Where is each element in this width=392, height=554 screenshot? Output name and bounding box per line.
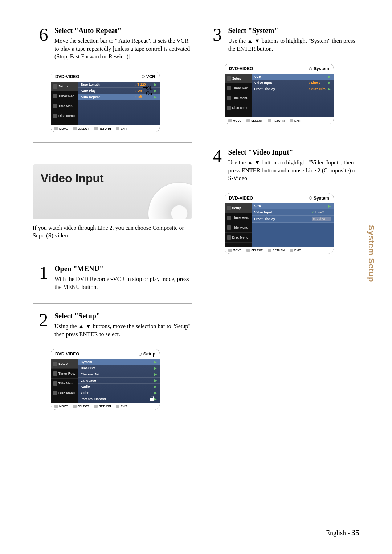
row-language[interactable]: Language▶ <box>78 378 160 384</box>
title-icon <box>53 104 57 108</box>
step-2: 2 Select "Setup" Using the ▲ ▼ buttons, … <box>33 311 192 338</box>
step-title: Select "Auto Repeat" <box>54 27 192 35</box>
step-title: Select "Video Input" <box>228 148 359 156</box>
step-number: 6 <box>33 25 54 61</box>
ring-icon <box>309 196 312 200</box>
play-icon: ▶ <box>154 360 157 364</box>
foot-return: RETURN <box>94 127 111 130</box>
sidebar-item-setup[interactable]: Setup <box>51 359 78 369</box>
row-system[interactable]: System▶ <box>78 359 160 365</box>
osd-header: DVD-VIDEO VCR <box>51 72 160 82</box>
osd-system: DVD-VIDEO System Setup Timer Rec. Title … <box>225 64 334 124</box>
foot-return: RETURN <box>268 249 285 252</box>
osd-with-annotation: DVD-VIDEO VCR Setup Timer Rec. Title Men… <box>33 67 192 137</box>
osd-header: DVD-VIDEO System <box>225 193 334 203</box>
osd-body: Setup Timer Rec. Title Menu Disc Menu Ta… <box>51 82 160 125</box>
row-video[interactable]: Video▶ <box>78 390 160 396</box>
step-desc: Use the ▲ ▼ buttons to highlight "Video … <box>228 159 359 182</box>
row-clock-set[interactable]: Clock Set▶ <box>78 365 160 371</box>
step-3: 3 Select "System" Use the ▲ ▼ buttons to… <box>207 25 359 53</box>
row-vcr[interactable]: VCR▶ <box>252 74 334 80</box>
row-audio[interactable]: Audio▶ <box>78 384 160 390</box>
osd-vcr-auto-repeat: DVD-VIDEO VCR Setup Timer Rec. Title Men… <box>51 72 160 132</box>
row-channel-set[interactable]: Channel Set▶ <box>78 371 160 378</box>
step-body: Open "MENU" With the DVD Recorder-VCR in… <box>54 264 192 291</box>
sidebar-item-setup[interactable]: Setup <box>51 82 78 91</box>
sidebar-item-title[interactable]: Title Menu <box>225 223 252 233</box>
select-icon <box>73 405 77 408</box>
sidebar-item-title[interactable]: Title Menu <box>225 93 252 103</box>
step-number: 1 <box>33 264 54 291</box>
step-4: 4 Select "Video Input" Use the ▲ ▼ butto… <box>207 147 359 182</box>
play-icon: ▶ <box>154 385 157 388</box>
right-column: 3 Select "System" Use the ▲ ▼ buttons to… <box>207 25 359 532</box>
play-icon: ▶ <box>154 372 157 376</box>
return-icon <box>94 127 98 130</box>
osd-header-right: VCR <box>142 74 155 79</box>
foot-move: MOVE <box>54 404 68 408</box>
exit-icon <box>290 119 293 122</box>
sidebar-item-disc[interactable]: Disc Menu <box>225 103 252 113</box>
divider <box>33 142 192 143</box>
step-number: 3 <box>207 25 228 53</box>
row-video-input[interactable]: Video Input✓ Line2 <box>252 209 334 216</box>
osd-header-right: Setup <box>139 351 155 357</box>
play-icon: ▶ <box>154 391 157 395</box>
foot-return: RETURN <box>268 119 285 122</box>
osd-header-label: DVD-VIDEO <box>55 351 79 357</box>
row-front-display[interactable]: Front Display: Auto Dim▶ <box>252 86 334 92</box>
osd-footer: MOVE SELECT RETURN EXIT <box>225 117 334 124</box>
play-icon: ▶ <box>328 204 331 208</box>
sidebar-item-disc[interactable]: Disc Menu <box>51 111 78 121</box>
sidebar-item-timer[interactable]: Timer Rec. <box>225 83 252 93</box>
osd-footer: MOVE SELECT RETURN EXIT <box>51 403 160 410</box>
gear-icon <box>53 362 57 366</box>
step-title: Select "Setup" <box>54 312 192 320</box>
step-body: Select "Setup" Using the ▲ ▼ buttons, mo… <box>54 311 192 338</box>
sidebar-item-timer[interactable]: Timer Rec. <box>225 213 252 223</box>
row-parental[interactable]: Parental Control▶ <box>78 396 160 402</box>
check-icon: ✓ <box>312 211 315 214</box>
ring-icon <box>139 353 142 356</box>
foot-move: MOVE <box>54 127 68 130</box>
divider <box>33 420 192 420</box>
video-input-title: Video Input <box>41 172 184 185</box>
foot-exit: EXIT <box>116 127 127 130</box>
disc-icon <box>227 235 231 240</box>
osd-main: System▶ Clock Set▶ Channel Set▶ Language… <box>78 359 160 403</box>
select-icon <box>246 249 250 252</box>
exit-icon <box>116 127 119 130</box>
play-icon: ▶ <box>154 397 157 401</box>
osd-body: Setup Timer Rec. Title Menu Disc Menu VC… <box>225 74 334 117</box>
select-icon <box>73 127 77 130</box>
foot-return: RETURN <box>94 404 111 408</box>
step-desc: Using the ▲ ▼ buttons, move the selectio… <box>54 322 192 338</box>
page-language: English - <box>326 529 351 537</box>
video-input-panel: Video Input <box>33 164 192 219</box>
osd-main: VCR▶ Video Input✓ Line2 Front DisplayS-V… <box>252 203 334 247</box>
sidebar-item-setup[interactable]: Setup <box>225 74 252 83</box>
disc-icon <box>53 391 57 395</box>
row-video-input[interactable]: Video Input: Line 2▶ <box>252 80 334 86</box>
dpad-icon <box>54 127 58 130</box>
play-icon: ▶ <box>328 75 331 78</box>
gear-icon <box>227 76 231 81</box>
osd-header-label: DVD-VIDEO <box>55 74 79 79</box>
sidebar-item-timer[interactable]: Timer Rec. <box>51 369 78 379</box>
osd-header: DVD-VIDEO System <box>225 64 334 74</box>
sidebar-item-disc[interactable]: Disc Menu <box>225 233 252 243</box>
row-front-display[interactable]: Front DisplayS-Video <box>252 216 334 223</box>
step-desc: With the DVD Recorder-VCR in stop or pla… <box>54 275 192 291</box>
calendar-icon <box>53 371 57 376</box>
sidebar-item-title[interactable]: Title Menu <box>51 379 78 388</box>
page-footer: English - 35 <box>326 528 359 537</box>
sidebar-item-title[interactable]: Title Menu <box>51 101 78 111</box>
step-6: 6 Select "Auto Repeat" Move the selectio… <box>33 25 192 61</box>
row-vcr[interactable]: VCR▶ <box>252 203 334 209</box>
disc-graphic-icon <box>148 183 192 219</box>
sidebar-item-timer[interactable]: Timer Rec. <box>51 91 78 101</box>
foot-move: MOVE <box>228 119 242 122</box>
exit-icon <box>290 249 293 252</box>
sidebar-item-setup[interactable]: Setup <box>225 203 252 213</box>
sidebar-item-disc[interactable]: Disc Menu <box>51 388 78 398</box>
